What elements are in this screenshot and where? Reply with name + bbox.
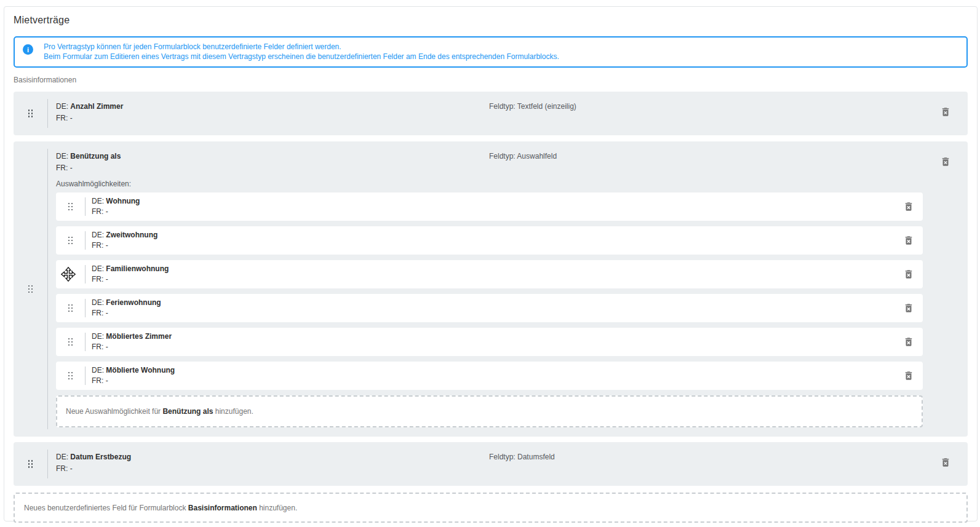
field-type: Feldtyp: Auswahlfeld [489,152,923,172]
delete-field-button[interactable] [940,106,951,117]
drag-handle[interactable] [14,442,47,486]
delete-forever-icon [903,336,914,347]
delete-field-button[interactable] [940,457,951,468]
add-option-button[interactable]: Neue Auswahlmöglichkeit für Benützung al… [56,395,923,427]
field-names: DE: Datum Erstbezug FR: - [56,453,489,477]
feldtyp-label: Feldtyp: [489,102,516,111]
fr-label: FR: [92,207,103,216]
option-name-de: Zweitwohnung [106,231,157,239]
de-label: DE: [56,453,68,461]
add-field-prefix: Neues benutzerdefiniertes Feld für Formu… [24,504,188,512]
delete-option-button[interactable] [903,269,914,280]
field-names: DE: Benützung als FR: - [56,152,489,172]
drag-handle-icon [68,237,73,245]
add-option-text: Neue Auswahlmöglichkeit für Benützung al… [66,407,253,416]
delete-option-button[interactable] [903,336,914,347]
info-banner: i Pro Vertragstyp können für jeden Formu… [14,36,968,68]
delete-forever-icon [903,269,914,280]
drag-handle[interactable] [56,362,85,390]
option-name-de: Möblierte Wohnung [106,366,175,374]
fr-label: FR: [56,164,68,172]
add-option-field-name: Benützung als [162,407,213,416]
field-name-de: Benützung als [70,152,121,160]
option-name-fr: - [106,309,108,317]
delete-option-button[interactable] [903,201,914,212]
delete-forever-icon [903,303,914,314]
delete-forever-icon [903,201,914,212]
add-field-button[interactable]: Neues benutzerdefiniertes Feld für Formu… [14,493,968,523]
fr-label: FR: [92,309,103,317]
option-name-de: Ferienwohnung [106,298,161,307]
drag-handle[interactable] [56,226,85,255]
delete-forever-icon [903,235,914,246]
delete-option-button[interactable] [903,370,914,381]
info-banner-text: Pro Vertragstyp können für jeden Formula… [44,41,559,61]
add-field-block-name: Basisinformationen [188,504,257,512]
option-names: DE: Ferienwohnung FR: - [86,294,161,322]
option-row-ferienwohnung: DE: Ferienwohnung FR: - [56,294,923,322]
option-row-moeblierte-wohnung: DE: Möblierte Wohnung FR: - [56,362,923,390]
delete-option-button[interactable] [903,303,914,314]
delete-forever-icon [940,457,951,468]
field-name-fr: - [70,164,73,172]
drag-handle[interactable] [14,92,47,135]
delete-field-button[interactable] [940,156,951,167]
drag-handle-icon [68,203,73,211]
form-block-label: Basisinformationen [14,76,968,84]
drag-handle[interactable] [14,141,47,437]
option-names: DE: Zweitwohnung FR: - [86,226,157,255]
de-label: DE: [56,102,68,111]
option-row-moebliertes-zimmer: DE: Möbliertes Zimmer FR: - [56,328,923,356]
de-label: DE: [56,152,68,160]
custom-field-card-anzahl-zimmer: DE: Anzahl Zimmer FR: - Feldtyp: Textfel… [14,92,968,135]
delete-option-button[interactable] [903,235,914,246]
field-name-de: Datum Erstbezug [70,453,131,461]
option-name-fr: - [106,376,108,385]
delete-forever-icon [940,156,951,167]
drag-handle[interactable] [56,328,85,356]
fr-label: FR: [92,241,103,250]
option-name-fr: - [106,207,108,216]
custom-field-card-benuetzung-als: DE: Benützung als FR: - Feldtyp: Auswahl… [14,141,968,437]
info-line-1: Pro Vertragstyp können für jeden Formula… [44,42,559,52]
option-row-familienwohnung: DE: Familienwohnung FR: - [56,260,923,288]
field-name-fr: - [70,114,73,122]
drag-handle-icon [68,271,73,279]
drag-handle-icon [28,460,33,468]
fr-label: FR: [56,114,68,122]
option-name-fr: - [106,275,108,283]
option-name-de: Möbliertes Zimmer [106,332,172,341]
option-names: DE: Möblierte Wohnung FR: - [86,362,175,390]
feldtyp-label: Feldtyp: [489,152,516,160]
field-type: Feldtyp: Datumsfeld [489,453,906,477]
feldtyp-label: Feldtyp: [489,453,516,461]
feldtyp-value: Datumsfeld [517,453,555,461]
drag-handle[interactable] [56,192,85,221]
fr-label: FR: [92,275,103,283]
drag-handle[interactable] [56,294,85,322]
drag-handle[interactable] [56,260,85,288]
fr-label: FR: [56,464,68,473]
option-names: DE: Möbliertes Zimmer FR: - [86,328,172,356]
feldtyp-value: Auswahlfeld [517,152,557,160]
de-label: DE: [92,366,104,374]
delete-forever-icon [940,106,951,117]
drag-handle-icon [68,372,73,380]
options-label: Auswahlmöglichkeiten: [56,180,923,188]
de-label: DE: [92,197,104,205]
fr-label: FR: [92,343,103,351]
drag-handle-icon [28,109,33,117]
de-label: DE: [92,264,104,273]
info-line-2: Beim Formular zum Editieren eines Vertra… [44,52,559,62]
option-row-wohnung: DE: Wohnung FR: - [56,192,923,221]
add-field-suffix: hinzufügen. [257,504,297,512]
drag-handle-icon [68,304,73,312]
field-names: DE: Anzahl Zimmer FR: - [56,102,489,126]
option-row-zweitwohnung: DE: Zweitwohnung FR: - [56,226,923,255]
de-label: DE: [92,298,104,307]
feldtyp-value: Textfeld (einzeilig) [517,102,576,111]
fr-label: FR: [92,376,103,385]
option-name-fr: - [106,241,108,250]
drag-handle-icon [28,285,33,293]
field-name-fr: - [70,464,73,473]
